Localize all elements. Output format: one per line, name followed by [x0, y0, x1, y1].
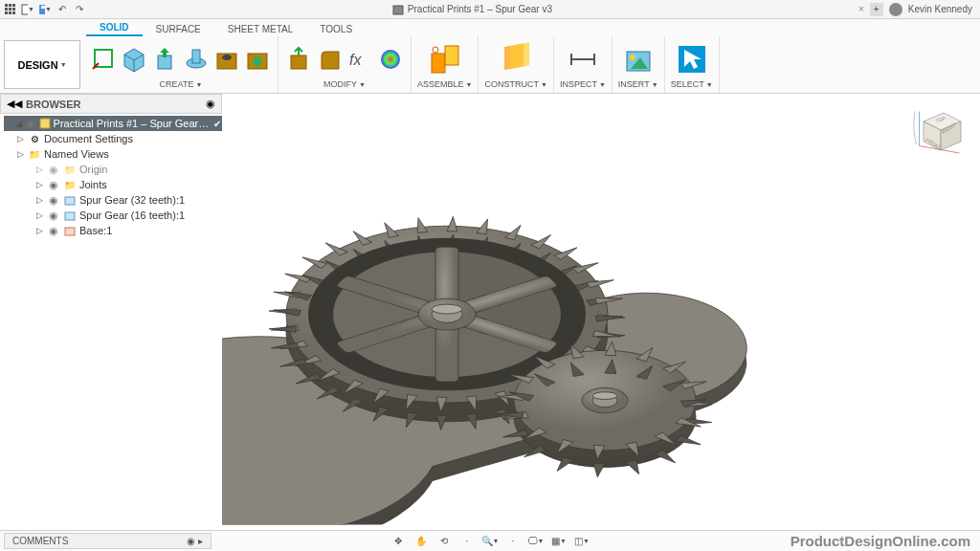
svg-marker-92: [447, 216, 457, 231]
ribbon-group-create: CREATE▼: [84, 36, 278, 93]
zoom-icon[interactable]: 🔍▼: [481, 533, 499, 550]
close-tab-icon[interactable]: ×: [858, 4, 864, 14]
ribbon-group-modify: fx MODIFY▼: [278, 36, 412, 93]
tree-root[interactable]: ◢ ◉ Practical Prints #1 – Spur Gear… ✔: [4, 116, 222, 131]
expand-icon[interactable]: ▷: [34, 195, 44, 205]
tree-item[interactable]: ▷ 📁 Named Views: [4, 146, 222, 162]
svg-rect-154: [65, 212, 75, 220]
ribbon-group-inspect: INSPECT▼: [554, 36, 612, 93]
measure-icon[interactable]: [565, 41, 601, 77]
tree-item[interactable]: ▷ ◉ 📁 Joints: [4, 177, 222, 192]
document-icon: [392, 4, 404, 15]
appearance-icon[interactable]: [376, 45, 405, 74]
svg-rect-0: [5, 4, 8, 7]
expand-icon[interactable]: ▷: [34, 180, 44, 189]
tree-item[interactable]: ▷ ◉ Base:1: [4, 223, 222, 238]
expand-icon[interactable]: ▷: [34, 226, 44, 235]
redo-icon[interactable]: ↷: [73, 3, 86, 16]
rotate-icon[interactable]: ⟲: [435, 533, 453, 550]
plane-icon[interactable]: [498, 41, 534, 77]
select-icon[interactable]: [674, 41, 710, 77]
svg-rect-29: [445, 46, 458, 65]
pan-icon[interactable]: ✋: [412, 533, 430, 550]
loft-tool-icon[interactable]: [243, 45, 272, 74]
expand-icon[interactable]: ▷: [15, 149, 25, 159]
select-label: SELECT: [671, 79, 704, 89]
document-title: Practical Prints #1 – Spur Gear v3: [408, 4, 552, 14]
app-grid-icon[interactable]: [4, 3, 17, 16]
svg-rect-18: [158, 55, 171, 69]
tree-item-label: Joints: [79, 179, 107, 190]
hole-tool-icon[interactable]: [212, 45, 241, 74]
tab-surface[interactable]: SURFACE: [143, 22, 214, 36]
svg-rect-6: [5, 11, 8, 14]
workspace: ◀◀ BROWSER ◉ ◢ ◉ Practical Prints #1 – S…: [0, 94, 980, 530]
user-avatar-icon[interactable]: [889, 3, 902, 16]
grid-icon[interactable]: ▦▼: [550, 533, 568, 550]
press-pull-icon[interactable]: [284, 45, 313, 74]
visibility-icon[interactable]: ◉: [47, 179, 60, 191]
expand-icon[interactable]: ◢: [15, 119, 23, 128]
visibility-icon[interactable]: ◉: [47, 164, 60, 176]
inspect-label: INSPECT: [560, 79, 597, 89]
tree-item[interactable]: ▷ ⚙ Document Settings: [4, 131, 222, 146]
ribbon-group-construct: CONSTRUCT▼: [479, 36, 553, 93]
comments-expand-icon[interactable]: ◉ ▸: [187, 536, 203, 546]
insert-icon[interactable]: [620, 41, 657, 77]
file-menu-icon[interactable]: ▼: [21, 3, 34, 16]
comments-panel-toggle[interactable]: COMMENTS ◉ ▸: [4, 533, 212, 549]
visibility-icon[interactable]: ◉: [26, 118, 36, 130]
visibility-icon[interactable]: ◉: [47, 225, 60, 237]
box-tool-icon[interactable]: [121, 45, 149, 74]
ribbon-tabs: SOLID SURFACE SHEET METAL TOOLS: [0, 19, 980, 36]
revolve-tool-icon[interactable]: [182, 45, 211, 74]
active-check-icon[interactable]: ✔: [212, 117, 222, 130]
view-cube[interactable]: TOP FRONT RIGHT: [909, 101, 967, 159]
display-icon[interactable]: 🖵▼: [527, 533, 545, 550]
component-icon: [39, 117, 51, 130]
svg-rect-8: [12, 11, 15, 14]
expand-icon[interactable]: ▷: [15, 134, 25, 143]
viewport-icon[interactable]: ◫▼: [573, 533, 590, 550]
fillet-icon[interactable]: [315, 45, 344, 74]
tab-tools[interactable]: TOOLS: [306, 22, 366, 36]
tree-item[interactable]: ▷ ◉ 📁 Origin: [4, 162, 222, 177]
look-icon[interactable]: ·: [458, 533, 476, 550]
expand-icon[interactable]: ▷: [34, 165, 44, 174]
joint-icon[interactable]: [427, 41, 463, 77]
expand-icon[interactable]: ▷: [34, 210, 44, 220]
browser-settings-icon[interactable]: ◉: [206, 98, 215, 110]
modify-label: MODIFY: [323, 79, 357, 89]
visibility-icon[interactable]: ◉: [47, 194, 60, 207]
sketch-tool-icon[interactable]: [90, 45, 119, 74]
parameters-icon[interactable]: fx: [345, 45, 374, 74]
tree-item[interactable]: ▷ ◉ Spur Gear (32 teeth):1: [4, 192, 222, 208]
new-tab-icon[interactable]: +: [870, 3, 883, 16]
orbit-icon[interactable]: ✥: [390, 533, 407, 550]
component-icon: [63, 193, 77, 207]
svg-rect-152: [40, 119, 50, 128]
tab-solid[interactable]: SOLID: [86, 20, 143, 36]
extrude-tool-icon[interactable]: [151, 45, 180, 74]
undo-icon[interactable]: ↶: [56, 3, 69, 16]
browser-header[interactable]: ◀◀ BROWSER ◉: [0, 94, 222, 114]
tab-sheet-metal[interactable]: SHEET METAL: [214, 22, 307, 36]
watermark: ProductDesignOnline.com: [791, 533, 970, 549]
tree-item-label: Base:1: [79, 225, 112, 236]
svg-rect-28: [432, 54, 445, 73]
browser-panel: ◀◀ BROWSER ◉ ◢ ◉ Practical Prints #1 – S…: [0, 94, 222, 240]
design-workspace-button[interactable]: DESIGN▼: [4, 40, 80, 89]
svg-point-24: [253, 56, 262, 66]
component-icon: [63, 224, 77, 237]
assemble-label: ASSEMBLE: [417, 79, 464, 89]
svg-point-114: [432, 304, 462, 314]
fit-icon[interactable]: ·: [504, 533, 522, 550]
svg-point-27: [381, 50, 400, 69]
collapse-icon[interactable]: ◀◀: [7, 98, 22, 110]
visibility-icon[interactable]: ◉: [47, 209, 60, 222]
save-icon[interactable]: ▼: [38, 3, 52, 16]
design-label: DESIGN: [17, 59, 57, 71]
svg-rect-4: [9, 8, 11, 11]
tree-item[interactable]: ▷ ◉ Spur Gear (16 teeth):1: [4, 208, 222, 223]
svg-rect-2: [12, 4, 15, 7]
